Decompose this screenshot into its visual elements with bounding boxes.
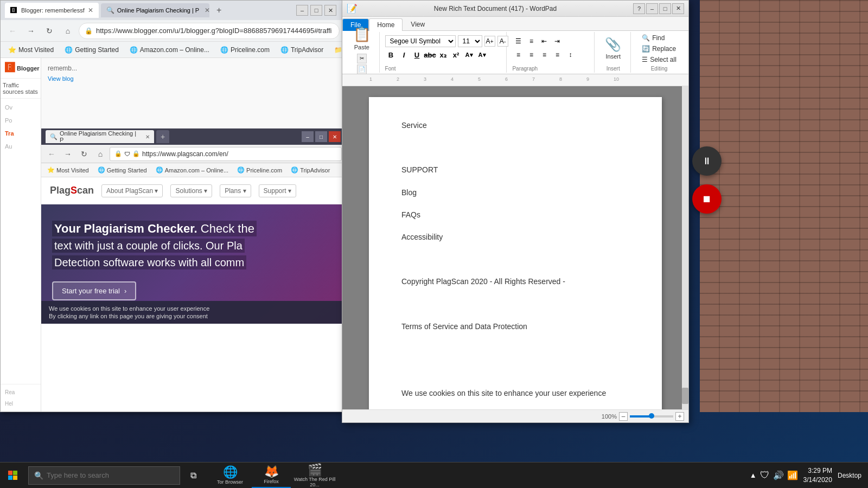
remember-link[interactable]: rememb... (48, 65, 339, 72)
ff-bookmark-tripadvisor[interactable]: 🌐 TripAdvisor (288, 165, 333, 175)
ff-home[interactable]: ⌂ (93, 147, 107, 161)
ff-bookmark-amazon[interactable]: 🌐 Amazon.com – Online... (153, 165, 231, 175)
plagscan-tab-close[interactable]: ✕ (205, 7, 209, 14)
blogger-nav-traffic[interactable]: Tra (3, 127, 39, 140)
ff-bookmark-getting-started[interactable]: 🌐 Getting Started (95, 165, 150, 175)
nav-solutions[interactable]: Solutions ▾ (170, 184, 212, 197)
blogger-nav-posts[interactable]: Po (3, 114, 39, 127)
font-color-button[interactable]: A▾ (476, 49, 488, 61)
browser-maximize[interactable]: □ (310, 5, 322, 16)
align-center-button[interactable]: ≡ (525, 49, 537, 61)
address-bar[interactable]: 🔒 https://www.blogger.com/u/1/blogger.g?… (79, 23, 340, 39)
underline-button[interactable]: U (411, 49, 423, 61)
stop-button[interactable]: ⏹ (692, 184, 722, 214)
search-input[interactable] (47, 471, 155, 479)
browser-tab-plagscan[interactable]: 🔍 Online Plagiarism Checking | P ✕ (101, 3, 209, 17)
bookmark-priceline[interactable]: 🌐 Priceline.com (217, 45, 273, 55)
replace-button[interactable]: 🔄 Replace (639, 44, 680, 54)
taskbar-tor-browser[interactable]: 🌐 Tor Browser (210, 463, 250, 489)
ff-bookmark-priceline[interactable]: 🌐 Priceline.com (234, 165, 285, 175)
doc-area[interactable]: Service SUPPORT Blog FAQs Accessibility … (342, 86, 688, 409)
highlight-button[interactable]: A▾ (463, 49, 475, 61)
bullet-list-button[interactable]: ☰ (512, 35, 524, 47)
ff-refresh[interactable]: ↻ (77, 147, 91, 161)
font-size-select[interactable]: 11 (458, 35, 482, 47)
select-all-button[interactable]: ☰ Select all (639, 55, 680, 65)
back-button[interactable]: ← (5, 23, 20, 38)
home-button[interactable]: ⌂ (60, 23, 75, 38)
firefox-close[interactable]: ✕ (329, 131, 341, 142)
taskbar-task-view[interactable]: ⧉ (180, 463, 206, 489)
subscript-button[interactable]: x₂ (437, 49, 449, 61)
ff-bookmark-most-visited[interactable]: ⭐ Most Visited (44, 165, 92, 175)
ff-back[interactable]: ← (44, 147, 59, 161)
nav-support[interactable]: Support ▾ (259, 184, 296, 197)
nav-about-plagscan[interactable]: About PlagScan ▾ (101, 184, 163, 197)
pause-button[interactable]: ⏸ (692, 146, 722, 176)
start-button[interactable] (0, 463, 26, 489)
bookmark-tripadvisor[interactable]: 🌐 TripAdvisor (277, 45, 327, 55)
wordpad-minimize[interactable]: – (646, 3, 658, 14)
taskbar-firefox[interactable]: 🦊 Firefox (252, 463, 291, 489)
align-right-button[interactable]: ≡ (538, 49, 550, 61)
bold-button[interactable]: B (385, 49, 397, 61)
desktop-show-button[interactable]: Desktop (838, 472, 861, 479)
blogger-tab-close[interactable]: ✕ (88, 7, 93, 14)
taskbar-clock[interactable]: 3:29 PM 3/14/2020 (803, 466, 832, 485)
firefox-maximize[interactable]: □ (315, 131, 327, 142)
ff-address-bar[interactable]: 🔒 🛡 🔒 https://www.plagscan.com/en/ (110, 147, 342, 161)
zoom-slider[interactable] (630, 415, 673, 418)
wordpad-maximize[interactable]: □ (659, 3, 671, 14)
font-shrink-button[interactable]: A- (497, 36, 508, 47)
browser-tab-blogger[interactable]: 🅱 Blogger: rememberlessf ✕ (5, 3, 99, 18)
zoom-slider-thumb[interactable] (649, 413, 654, 419)
browser-minimize[interactable]: – (296, 5, 308, 16)
paste-button[interactable]: 📋 Paste (348, 24, 375, 53)
blogger-help[interactable]: Hel (3, 398, 39, 409)
plagscan-tab-active[interactable]: 🔍 Online Plagiarism Checking | P ✕ (46, 130, 154, 143)
numbered-list-button[interactable]: ≡ (525, 35, 537, 47)
cut-button[interactable]: ✂ (357, 54, 367, 63)
align-justify-button[interactable]: ≡ (551, 49, 563, 61)
view-blog-link[interactable]: View blog (48, 75, 339, 82)
strikethrough-button[interactable]: abc (424, 49, 436, 61)
new-tab-button[interactable]: + (212, 3, 227, 18)
align-left-button[interactable]: ≡ (512, 49, 524, 61)
hero-cta-button[interactable]: Start your free trial › (52, 281, 136, 300)
font-grow-button[interactable]: A+ (484, 36, 495, 47)
taskbar-watch-item[interactable]: 🎬 Watch The Red Pill 20... (293, 463, 336, 489)
taskbar-search[interactable]: 🔍 (28, 466, 180, 485)
wordpad-help[interactable]: ? (633, 3, 645, 14)
insert-button[interactable]: 📎 Insert (599, 33, 627, 63)
plagscan-tab-close-inner[interactable]: ✕ (145, 134, 150, 140)
bookmark-most-visited[interactable]: ⭐ Most Visited (5, 45, 57, 55)
copy-button[interactable]: 📄 (357, 65, 367, 74)
tab-view[interactable]: View (403, 18, 433, 30)
ff-forward[interactable]: → (61, 147, 75, 161)
firefox-new-tab[interactable]: + (156, 130, 169, 143)
italic-button[interactable]: I (398, 49, 410, 61)
doc-scrollbar-thumb[interactable] (682, 388, 688, 404)
tray-arrow[interactable]: ▲ (750, 471, 757, 479)
superscript-button[interactable]: x² (450, 49, 462, 61)
find-button[interactable]: 🔍 Find (639, 33, 680, 43)
doc-scrollbar[interactable] (682, 86, 688, 409)
bookmark-amazon[interactable]: 🌐 Amazon.com – Online... (126, 45, 213, 55)
bookmark-getting-started[interactable]: 🌐 Getting Started (61, 45, 122, 55)
refresh-button[interactable]: ↻ (42, 23, 57, 38)
wordpad-close[interactable]: ✕ (672, 3, 684, 14)
nav-plans[interactable]: Plans ▾ (220, 184, 251, 197)
blogger-nav-overview[interactable]: Ov (3, 101, 39, 114)
decrease-indent-button[interactable]: ⇤ (538, 35, 550, 47)
increase-indent-button[interactable]: ⇥ (551, 35, 563, 47)
font-family-select[interactable]: Segoe UI Symbol (385, 35, 456, 47)
line-spacing-button[interactable]: ↕ (564, 49, 576, 61)
blogger-nav-audience[interactable]: Au (3, 140, 39, 153)
browser-close[interactable]: ✕ (324, 5, 336, 16)
ff-bm-icon1: ⭐ (47, 166, 55, 174)
blogger-read[interactable]: Rea (3, 387, 39, 398)
zoom-minus-button[interactable]: – (619, 412, 628, 421)
zoom-plus-button[interactable]: + (675, 412, 684, 421)
firefox-minimize[interactable]: – (302, 131, 314, 142)
forward-button[interactable]: → (23, 23, 39, 38)
